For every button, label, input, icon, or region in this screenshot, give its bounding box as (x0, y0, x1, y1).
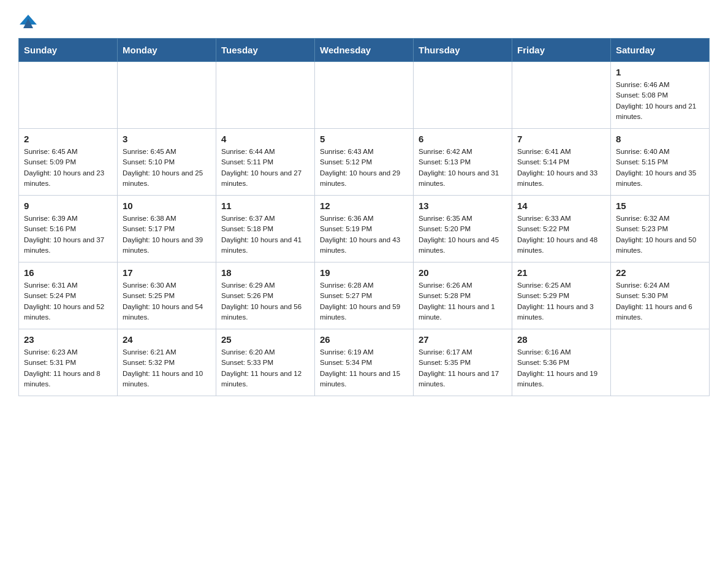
day-number: 11 (221, 201, 309, 211)
calendar-cell (216, 62, 315, 129)
day-info: Sunrise: 6:39 AMSunset: 5:16 PMDaylight:… (24, 213, 112, 256)
calendar-week-2: 2Sunrise: 6:45 AMSunset: 5:09 PMDaylight… (19, 129, 710, 196)
col-tuesday: Tuesday (216, 39, 315, 62)
calendar-cell: 9Sunrise: 6:39 AMSunset: 5:16 PMDaylight… (19, 196, 118, 262)
calendar-header-row: Sunday Monday Tuesday Wednesday Thursday… (19, 39, 710, 62)
day-number: 15 (616, 201, 704, 211)
day-number: 19 (320, 267, 408, 278)
day-info: Sunrise: 6:19 AMSunset: 5:34 PMDaylight:… (320, 347, 408, 389)
day-info: Sunrise: 6:37 AMSunset: 5:18 PMDaylight:… (221, 213, 309, 256)
day-info: Sunrise: 6:42 AMSunset: 5:13 PMDaylight:… (419, 147, 507, 189)
col-sunday: Sunday (19, 39, 118, 62)
calendar-cell: 2Sunrise: 6:45 AMSunset: 5:09 PMDaylight… (19, 129, 118, 196)
day-info: Sunrise: 6:31 AMSunset: 5:24 PMDaylight:… (24, 280, 112, 323)
calendar-cell (118, 62, 216, 129)
calendar-cell: 10Sunrise: 6:38 AMSunset: 5:17 PMDayligh… (118, 196, 216, 262)
calendar-week-5: 23Sunrise: 6:23 AMSunset: 5:31 PMDayligh… (19, 329, 710, 396)
day-number: 1 (616, 67, 704, 77)
day-info: Sunrise: 6:30 AMSunset: 5:25 PMDaylight:… (123, 280, 211, 323)
day-number: 6 (419, 134, 507, 144)
day-number: 8 (616, 134, 704, 144)
calendar-cell: 19Sunrise: 6:28 AMSunset: 5:27 PMDayligh… (315, 262, 414, 329)
day-info: Sunrise: 6:28 AMSunset: 5:27 PMDaylight:… (320, 280, 408, 323)
day-number: 17 (123, 267, 211, 278)
day-number: 20 (419, 267, 507, 278)
page-header (18, 15, 710, 27)
calendar-cell (512, 62, 611, 129)
logo-icon (20, 12, 37, 29)
calendar-cell: 23Sunrise: 6:23 AMSunset: 5:31 PMDayligh… (19, 329, 118, 396)
day-number: 9 (24, 201, 112, 211)
calendar-cell: 15Sunrise: 6:32 AMSunset: 5:23 PMDayligh… (611, 196, 710, 262)
day-number: 5 (320, 134, 408, 144)
day-info: Sunrise: 6:25 AMSunset: 5:29 PMDaylight:… (517, 280, 605, 323)
day-info: Sunrise: 6:20 AMSunset: 5:33 PMDaylight:… (221, 347, 309, 389)
calendar-cell: 5Sunrise: 6:43 AMSunset: 5:12 PMDaylight… (315, 129, 414, 196)
calendar-cell: 14Sunrise: 6:33 AMSunset: 5:22 PMDayligh… (512, 196, 611, 262)
day-number: 28 (517, 334, 605, 345)
day-info: Sunrise: 6:26 AMSunset: 5:28 PMDaylight:… (419, 280, 507, 323)
day-info: Sunrise: 6:43 AMSunset: 5:12 PMDaylight:… (320, 147, 408, 189)
day-number: 27 (419, 334, 507, 345)
calendar-cell: 1Sunrise: 6:46 AMSunset: 5:08 PMDaylight… (611, 62, 710, 129)
day-number: 16 (24, 267, 112, 278)
calendar-cell: 8Sunrise: 6:40 AMSunset: 5:15 PMDaylight… (611, 129, 710, 196)
calendar-table: Sunday Monday Tuesday Wednesday Thursday… (18, 38, 710, 396)
day-info: Sunrise: 6:38 AMSunset: 5:17 PMDaylight:… (123, 213, 211, 256)
day-number: 18 (221, 267, 309, 278)
calendar-cell: 21Sunrise: 6:25 AMSunset: 5:29 PMDayligh… (512, 262, 611, 329)
day-info: Sunrise: 6:40 AMSunset: 5:15 PMDaylight:… (616, 147, 704, 189)
day-number: 14 (517, 201, 605, 211)
day-number: 24 (123, 334, 211, 345)
col-monday: Monday (118, 39, 216, 62)
col-thursday: Thursday (414, 39, 512, 62)
day-number: 26 (320, 334, 408, 345)
day-number: 23 (24, 334, 112, 345)
day-info: Sunrise: 6:24 AMSunset: 5:30 PMDaylight:… (616, 280, 704, 323)
calendar-cell: 17Sunrise: 6:30 AMSunset: 5:25 PMDayligh… (118, 262, 216, 329)
day-info: Sunrise: 6:23 AMSunset: 5:31 PMDaylight:… (24, 347, 112, 389)
col-saturday: Saturday (611, 39, 710, 62)
calendar-cell: 11Sunrise: 6:37 AMSunset: 5:18 PMDayligh… (216, 196, 315, 262)
day-info: Sunrise: 6:44 AMSunset: 5:11 PMDaylight:… (221, 147, 309, 189)
calendar-cell: 6Sunrise: 6:42 AMSunset: 5:13 PMDaylight… (414, 129, 512, 196)
day-info: Sunrise: 6:21 AMSunset: 5:32 PMDaylight:… (123, 347, 211, 389)
day-info: Sunrise: 6:45 AMSunset: 5:10 PMDaylight:… (123, 147, 211, 189)
calendar-cell: 20Sunrise: 6:26 AMSunset: 5:28 PMDayligh… (414, 262, 512, 329)
day-number: 3 (123, 134, 211, 144)
calendar-cell (315, 62, 414, 129)
calendar-cell: 24Sunrise: 6:21 AMSunset: 5:32 PMDayligh… (118, 329, 216, 396)
calendar-cell: 18Sunrise: 6:29 AMSunset: 5:26 PMDayligh… (216, 262, 315, 329)
calendar-week-1: 1Sunrise: 6:46 AMSunset: 5:08 PMDaylight… (19, 62, 710, 129)
calendar-cell (19, 62, 118, 129)
day-info: Sunrise: 6:36 AMSunset: 5:19 PMDaylight:… (320, 213, 408, 256)
day-number: 4 (221, 134, 309, 144)
logo (18, 15, 37, 27)
day-number: 21 (517, 267, 605, 278)
day-number: 22 (616, 267, 704, 278)
col-friday: Friday (512, 39, 611, 62)
calendar-cell (414, 62, 512, 129)
calendar-week-3: 9Sunrise: 6:39 AMSunset: 5:16 PMDaylight… (19, 196, 710, 262)
calendar-cell: 4Sunrise: 6:44 AMSunset: 5:11 PMDaylight… (216, 129, 315, 196)
calendar-cell: 7Sunrise: 6:41 AMSunset: 5:14 PMDaylight… (512, 129, 611, 196)
day-info: Sunrise: 6:32 AMSunset: 5:23 PMDaylight:… (616, 213, 704, 256)
day-number: 25 (221, 334, 309, 345)
calendar-week-4: 16Sunrise: 6:31 AMSunset: 5:24 PMDayligh… (19, 262, 710, 329)
calendar-cell: 13Sunrise: 6:35 AMSunset: 5:20 PMDayligh… (414, 196, 512, 262)
day-number: 12 (320, 201, 408, 211)
day-info: Sunrise: 6:45 AMSunset: 5:09 PMDaylight:… (24, 147, 112, 189)
day-info: Sunrise: 6:33 AMSunset: 5:22 PMDaylight:… (517, 213, 605, 256)
day-info: Sunrise: 6:35 AMSunset: 5:20 PMDaylight:… (419, 213, 507, 256)
day-info: Sunrise: 6:46 AMSunset: 5:08 PMDaylight:… (616, 80, 704, 122)
calendar-cell: 26Sunrise: 6:19 AMSunset: 5:34 PMDayligh… (315, 329, 414, 396)
calendar-cell: 3Sunrise: 6:45 AMSunset: 5:10 PMDaylight… (118, 129, 216, 196)
calendar-cell: 16Sunrise: 6:31 AMSunset: 5:24 PMDayligh… (19, 262, 118, 329)
day-number: 2 (24, 134, 112, 144)
day-info: Sunrise: 6:29 AMSunset: 5:26 PMDaylight:… (221, 280, 309, 323)
col-wednesday: Wednesday (315, 39, 414, 62)
day-info: Sunrise: 6:16 AMSunset: 5:36 PMDaylight:… (517, 347, 605, 389)
day-number: 13 (419, 201, 507, 211)
calendar-cell (611, 329, 710, 396)
day-info: Sunrise: 6:41 AMSunset: 5:14 PMDaylight:… (517, 147, 605, 189)
